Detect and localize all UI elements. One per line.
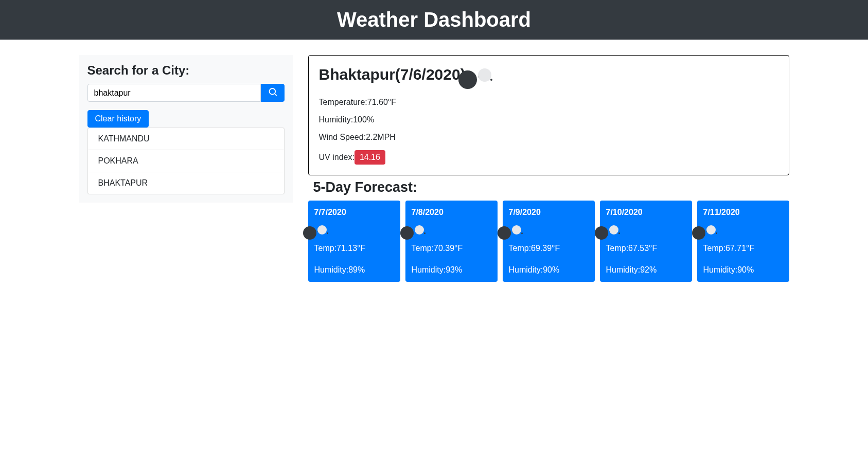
search-history-list: KATHMANDU POKHARA BHAKTAPUR [87, 128, 285, 194]
forecast-temp: Temp:67.71°F [703, 244, 783, 253]
current-uv: UV index:14.16 [319, 150, 778, 165]
forecast-date: 7/9/2020 [509, 208, 589, 217]
forecast-humidity: Humidity:92% [606, 265, 686, 275]
search-input-group [87, 84, 285, 102]
forecast-temp: Temp:69.39°F [509, 244, 589, 253]
current-temperature: Temperature:71.60°F [319, 98, 778, 107]
forecast-heading: 5-Day Forecast: [313, 179, 789, 195]
main-container: Search for a City: Clear history KATHMAN… [72, 40, 797, 282]
forecast-date: 7/8/2020 [412, 208, 491, 217]
current-weather-card: Bhaktapur(7/6/2020) Temperature:71.60°F … [308, 55, 789, 175]
search-button[interactable] [261, 84, 285, 102]
forecast-card: 7/7/2020 Temp:71.13°F Humidity:89% [308, 201, 400, 282]
forecast-temp: Temp:71.13°F [314, 244, 394, 253]
weather-main: Bhaktapur(7/6/2020) Temperature:71.60°F … [308, 55, 789, 282]
search-icon [269, 88, 277, 96]
forecast-humidity: Humidity:90% [509, 265, 589, 275]
forecast-humidity: Humidity:90% [703, 265, 783, 275]
forecast-temp: Temp:70.39°F [412, 244, 491, 253]
search-heading: Search for a City: [87, 63, 285, 78]
app-title: Weather Dashboard [0, 8, 868, 31]
forecast-date: 7/11/2020 [703, 208, 783, 217]
forecast-date: 7/7/2020 [314, 208, 394, 217]
history-item[interactable]: POKHARA [88, 150, 284, 172]
search-sidebar: Search for a City: Clear history KATHMAN… [79, 55, 293, 203]
uv-badge: 14.16 [355, 150, 385, 165]
current-stats: Temperature:71.60°F Humidity:100% Wind S… [319, 98, 778, 165]
forecast-card: 7/8/2020 Temp:70.39°F Humidity:93% [405, 201, 498, 282]
app-header: Weather Dashboard [0, 0, 868, 40]
forecast-humidity: Humidity:93% [412, 265, 491, 275]
forecast-card: 7/9/2020 Temp:69.39°F Humidity:90% [503, 201, 595, 282]
forecast-row: 7/7/2020 Temp:71.13°F Humidity:89% 7/8/2… [308, 201, 789, 282]
forecast-temp: Temp:67.53°F [606, 244, 686, 253]
forecast-date: 7/10/2020 [606, 208, 686, 217]
current-city-date: Bhaktapur(7/6/2020) [319, 66, 466, 83]
history-item[interactable]: BHAKTAPUR [88, 172, 284, 194]
clear-history-button[interactable]: Clear history [87, 110, 149, 128]
current-wind: Wind Speed:2.2MPH [319, 133, 778, 142]
city-search-input[interactable] [87, 84, 261, 102]
forecast-card: 7/10/2020 Temp:67.53°F Humidity:92% [600, 201, 692, 282]
history-item[interactable]: KATHMANDU [88, 128, 284, 150]
forecast-card: 7/11/2020 Temp:67.71°F Humidity:90% [697, 201, 789, 282]
forecast-humidity: Humidity:89% [314, 265, 394, 275]
current-humidity: Humidity:100% [319, 115, 778, 124]
